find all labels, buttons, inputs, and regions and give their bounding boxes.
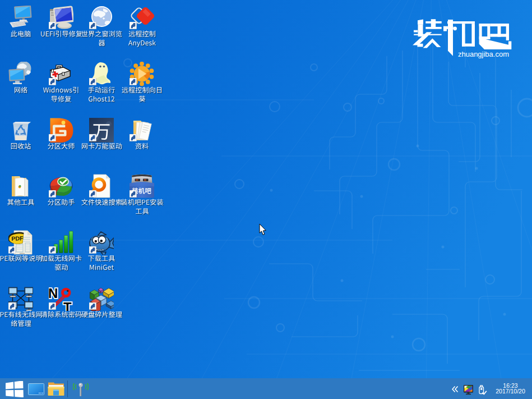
svg-text:PDF: PDF bbox=[11, 235, 24, 242]
svg-text:T: T bbox=[63, 300, 72, 311]
svg-text:N: N bbox=[49, 286, 58, 301]
svg-text:zhuangjiba.com: zhuangjiba.com bbox=[458, 50, 509, 58]
